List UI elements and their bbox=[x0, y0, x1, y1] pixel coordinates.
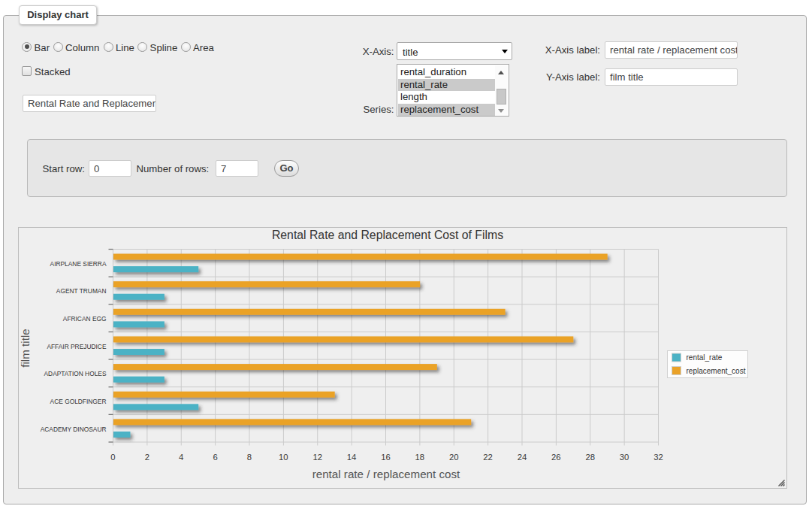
svg-text:rental_rate: rental_rate bbox=[687, 353, 723, 362]
svg-text:14: 14 bbox=[347, 453, 357, 462]
svg-text:AGENT TRUMAN: AGENT TRUMAN bbox=[56, 287, 107, 295]
svg-text:AFFAIR PREJUDICE: AFFAIR PREJUDICE bbox=[47, 343, 107, 350]
svg-text:10: 10 bbox=[279, 453, 288, 462]
svg-text:ACE GOLDFINGER: ACE GOLDFINGER bbox=[50, 398, 107, 405]
svg-text:26: 26 bbox=[551, 453, 561, 462]
svg-text:24: 24 bbox=[518, 453, 527, 462]
svg-text:2: 2 bbox=[145, 453, 149, 462]
svg-text:4: 4 bbox=[179, 453, 183, 462]
svg-text:22: 22 bbox=[483, 453, 493, 462]
svg-text:Rental Rate and Replacement Co: Rental Rate and Replacement Cost of Film… bbox=[272, 229, 503, 241]
svg-text:film title: film title bbox=[19, 329, 32, 367]
svg-text:ADAPTATION HOLES: ADAPTATION HOLES bbox=[44, 370, 107, 377]
svg-text:16: 16 bbox=[381, 453, 391, 462]
svg-text:32: 32 bbox=[654, 453, 663, 462]
svg-text:AIRPLANE SIERRA: AIRPLANE SIERRA bbox=[50, 260, 107, 268]
svg-text:6: 6 bbox=[213, 453, 217, 462]
svg-text:replacement_cost: replacement_cost bbox=[687, 367, 746, 375]
svg-text:ACADEMY DINOSAUR: ACADEMY DINOSAUR bbox=[41, 426, 107, 433]
svg-text:8: 8 bbox=[247, 453, 252, 462]
svg-text:AFRICAN EGG: AFRICAN EGG bbox=[63, 315, 107, 323]
svg-text:0: 0 bbox=[110, 453, 115, 462]
svg-text:20: 20 bbox=[449, 453, 459, 462]
svg-text:18: 18 bbox=[415, 453, 425, 462]
svg-text:rental rate / replacement cost: rental rate / replacement cost bbox=[312, 468, 460, 480]
svg-text:30: 30 bbox=[620, 453, 629, 462]
svg-text:28: 28 bbox=[585, 453, 595, 462]
svg-text:12: 12 bbox=[312, 453, 322, 462]
